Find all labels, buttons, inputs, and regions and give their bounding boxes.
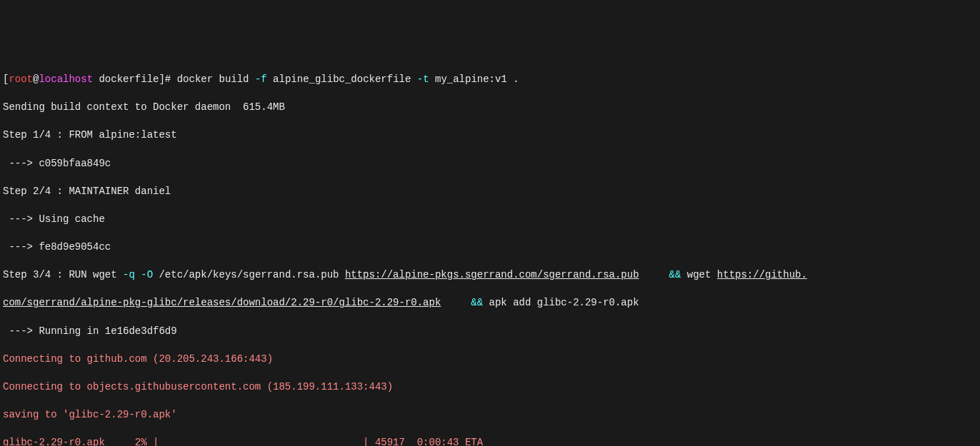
step3-line2: com/sgerrand/alpine-pkg-glibc/releases/d… (3, 296, 977, 310)
wget: wget (681, 269, 716, 280)
bracket-close: ]# (159, 74, 176, 85)
step3-line1: Step 3/4 : RUN wget -q -O /etc/apk/keys/… (3, 268, 977, 283)
url: com/sgerrand/alpine-pkg-glibc/releases/d… (3, 297, 441, 308)
host: localhost (39, 74, 93, 85)
arg-t: my_alpine:v1 . (429, 74, 519, 85)
output-line: ---> fe8d9e9054cc (3, 240, 977, 255)
progress-list: glibc-2.29-r0.apk 2% | | 45917 0:00:43 E… (3, 436, 977, 446)
output-line: ---> Using cache (3, 213, 977, 227)
url: https://github. (717, 269, 807, 280)
output-line: ---> c059bfaa849c (3, 157, 977, 171)
sp (135, 269, 141, 280)
path: /etc/apk/keys/sgerrand.rsa.pub (153, 269, 345, 280)
arg-f: alpine_glibc_dockerfile (267, 74, 417, 85)
cmd: docker build (177, 74, 255, 85)
flag-O: -O (141, 269, 153, 280)
and: && (471, 297, 483, 308)
connecting-line: Connecting to github.com (20.205.243.166… (3, 353, 977, 367)
text: Step 3/4 : RUN wget (3, 269, 123, 280)
user: root (9, 74, 33, 85)
gap (639, 269, 669, 280)
output-line: ---> Running in 1e16de3df6d9 (3, 325, 977, 339)
output-line: Sending build context to Docker daemon 6… (3, 101, 977, 115)
terminal-output: [root@localhost dockerfile]# docker buil… (3, 59, 977, 446)
flag-q: -q (123, 269, 135, 280)
prompt-line: [root@localhost dockerfile]# docker buil… (3, 73, 977, 87)
gap (441, 297, 471, 308)
connecting-line: Connecting to objects.githubusercontent.… (3, 380, 977, 395)
output-line: Step 1/4 : FROM alpine:latest (3, 128, 977, 143)
apk: apk add glibc-2.29-r0.apk (483, 297, 639, 308)
dir: dockerfile (93, 74, 159, 85)
url: https://alpine-pkgs.sgerrand.com/sgerran… (345, 269, 639, 280)
saving-line: saving to 'glibc-2.29-r0.apk' (3, 408, 977, 422)
flag-f: -f (255, 74, 267, 85)
and: && (669, 269, 681, 280)
progress-line: glibc-2.29-r0.apk 2% | | 45917 0:00:43 E… (3, 436, 977, 446)
flag-t: -t (417, 74, 429, 85)
output-line: Step 2/4 : MAINTAINER daniel (3, 185, 977, 199)
